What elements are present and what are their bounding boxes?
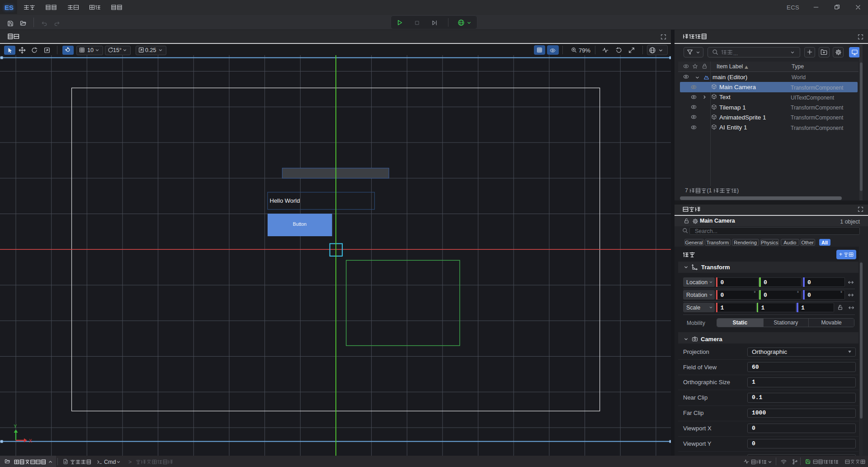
svg-text:Y: Y (14, 424, 17, 429)
svg-text:Hello World: Hello World (270, 197, 300, 204)
svg-text:X: X (29, 438, 32, 443)
svg-text:Button: Button (293, 221, 307, 227)
